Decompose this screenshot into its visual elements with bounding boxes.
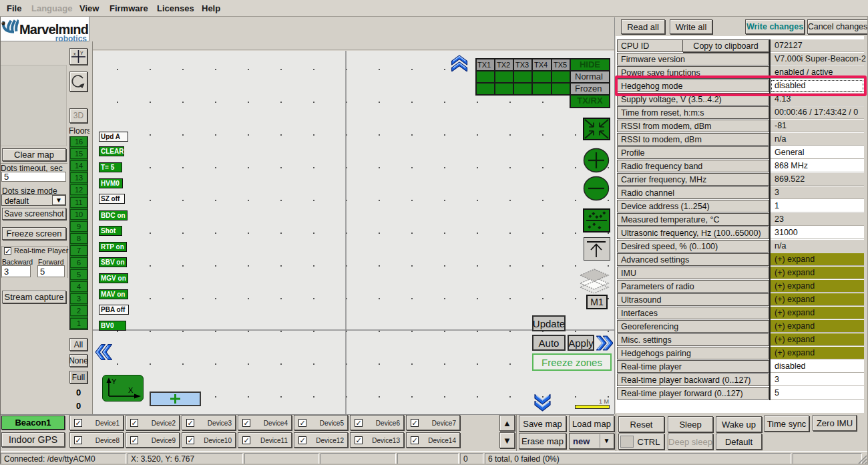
svg-text:Y: Y — [112, 377, 117, 385]
svg-text:X: X — [128, 386, 134, 394]
svg-text:x: x — [73, 51, 76, 56]
svg-text:Y: Y — [80, 51, 83, 55]
